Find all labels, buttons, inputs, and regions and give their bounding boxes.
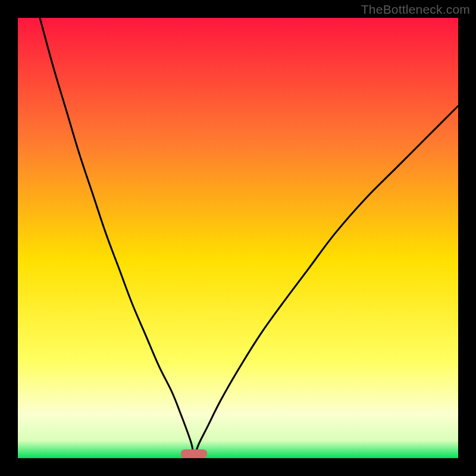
plot-area [18, 18, 458, 458]
gradient-background [18, 18, 458, 458]
minimum-marker [181, 449, 207, 458]
plot-svg [18, 18, 458, 458]
watermark-text: TheBottleneck.com [361, 2, 470, 17]
chart-frame: TheBottleneck.com [0, 0, 476, 476]
